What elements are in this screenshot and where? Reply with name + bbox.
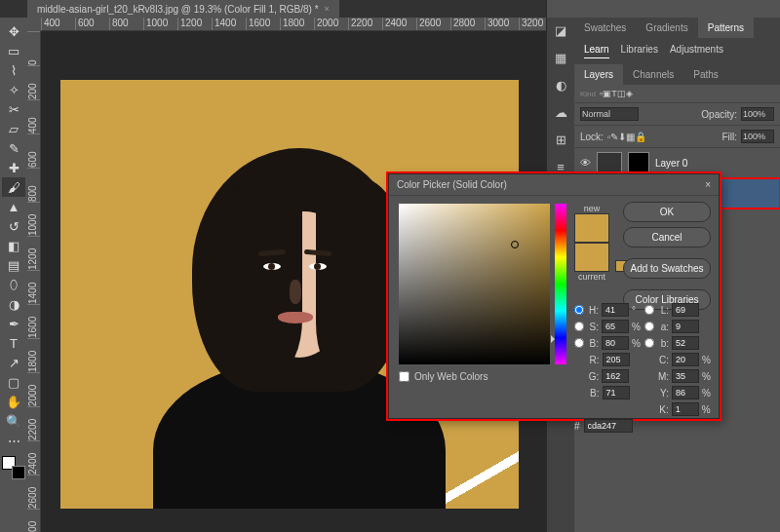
ruler-vertical: 0200400600800100012001400160018002000220… (27, 31, 41, 532)
swatches-panel-icon[interactable]: ▦ (552, 51, 569, 68)
a-radio[interactable] (644, 322, 654, 331)
libraries-panel-icon[interactable]: ☁ (552, 105, 569, 123)
ruler-horizontal: 4006008001000120014001600180020002200240… (41, 18, 546, 31)
current-color-swatch (574, 243, 609, 272)
hex-input[interactable] (584, 419, 633, 433)
wand-tool[interactable]: ✧ (2, 80, 25, 99)
dodge-tool[interactable]: ◑ (2, 294, 25, 314)
lasso-tool[interactable]: ⌇ (2, 60, 25, 80)
layer-name: Layer 0 (655, 158, 687, 169)
tab-adjustments[interactable]: Adjustments (670, 44, 723, 58)
close-icon[interactable]: × (705, 179, 711, 190)
layer-mask-thumbnail (628, 152, 649, 173)
y-input[interactable] (672, 386, 699, 399)
visibility-icon[interactable]: 👁 (580, 157, 591, 169)
bc-input[interactable] (603, 386, 630, 399)
bl-input[interactable] (672, 336, 699, 350)
color-swatches[interactable] (2, 456, 25, 479)
history-brush-tool[interactable]: ↺ (2, 216, 25, 236)
add-to-swatches-button[interactable]: Add to Swatches (623, 258, 711, 279)
color-picker-dialog: Color Picker (Solid Color) × new current… (388, 173, 720, 419)
s-radio[interactable] (574, 322, 584, 331)
h-input[interactable] (602, 303, 629, 317)
opacity-input[interactable] (741, 107, 774, 121)
adjustments-panel-icon[interactable]: ◐ (552, 78, 569, 95)
marquee-tool[interactable]: ▭ (2, 41, 25, 60)
tab-channels[interactable]: Channels (623, 64, 683, 85)
blur-tool[interactable]: ⬯ (2, 275, 25, 294)
dialog-title: Color Picker (Solid Color) (397, 179, 507, 190)
edit-toolbar[interactable]: ⋯ (2, 431, 25, 450)
m-input[interactable] (672, 369, 699, 383)
frame-tool[interactable]: ▱ (2, 119, 25, 138)
document-tab[interactable]: middle-asian-girl_t20_kRv8l3.jpg @ 19.3%… (27, 0, 339, 18)
bh-radio[interactable] (574, 338, 584, 348)
blend-mode-select[interactable] (580, 107, 639, 121)
eyedropper-tool[interactable]: ✎ (2, 138, 25, 158)
web-colors-label: Only Web Colors (414, 371, 488, 382)
brush-tool[interactable]: 🖌 (2, 177, 25, 197)
fill-label: Fill: (722, 132, 737, 142)
web-colors-checkbox[interactable] (399, 371, 410, 382)
tab-learn[interactable]: Learn (584, 44, 609, 58)
r-input[interactable] (603, 353, 630, 366)
a-input[interactable] (672, 320, 699, 333)
l-radio[interactable] (644, 305, 654, 315)
hue-slider[interactable] (555, 204, 566, 364)
layers-filter-row: Kind ▫▣T◫◈ (574, 85, 780, 103)
tab-gradients[interactable]: Gradients (636, 18, 697, 38)
new-color-label: new (574, 204, 609, 213)
tab-patterns[interactable]: Patterns (698, 18, 754, 38)
crop-tool[interactable]: ✂ (2, 99, 25, 119)
swatches-panel-tabs: Swatches Gradients Patterns (574, 18, 780, 38)
stamp-tool[interactable]: ▲ (2, 197, 25, 216)
document-title: middle-asian-girl_t20_kRv8l3.jpg @ 19.3%… (37, 4, 319, 15)
hex-label: # (574, 421, 580, 432)
k-input[interactable] (672, 402, 699, 416)
h-radio[interactable] (574, 305, 584, 315)
shape-tool[interactable]: ▢ (2, 372, 25, 392)
tab-libraries[interactable]: Libraries (621, 44, 658, 58)
layer-thumbnail (597, 152, 622, 173)
color-value-fields: H:° L: S:% a: B:% b: R: C:% G: M:% B: Y:… (574, 303, 711, 433)
properties-panel-icon[interactable]: ⊞ (552, 133, 569, 150)
opacity-label: Opacity: (701, 109, 737, 120)
bl-radio[interactable] (644, 338, 654, 348)
c-input[interactable] (672, 353, 699, 366)
eraser-tool[interactable]: ◧ (2, 236, 25, 255)
l-input[interactable] (672, 303, 699, 317)
gradient-tool[interactable]: ▤ (2, 255, 25, 275)
path-tool[interactable]: ↗ (2, 353, 25, 372)
color-cursor-icon (511, 241, 519, 248)
bh-input[interactable] (602, 336, 629, 350)
new-color-swatch (574, 213, 609, 243)
healing-tool[interactable]: ✚ (2, 158, 25, 177)
zoom-tool[interactable]: 🔍 (2, 411, 25, 431)
cancel-button[interactable]: Cancel (623, 227, 711, 247)
toolbox: ✥ ▭ ⌇ ✧ ✂ ▱ ✎ ✚ 🖌 ▲ ↺ ◧ ▤ ⬯ ◑ ✒ T ↗ ▢ ✋ … (0, 18, 27, 532)
layers-panel-tabs: Layers Channels Paths (574, 64, 780, 85)
move-tool[interactable]: ✥ (2, 21, 25, 41)
g-input[interactable] (602, 369, 629, 383)
type-tool[interactable]: T (2, 333, 25, 353)
lock-icons[interactable]: ▫✎⬇▦🔒 (607, 132, 647, 142)
hand-tool[interactable]: ✋ (2, 392, 25, 411)
color-panel-icon[interactable]: ◪ (552, 23, 569, 41)
current-color-label: current (574, 272, 609, 282)
ok-button[interactable]: OK (623, 202, 711, 222)
tab-layers[interactable]: Layers (574, 64, 623, 85)
pen-tool[interactable]: ✒ (2, 314, 25, 333)
fill-input[interactable] (741, 130, 774, 143)
s-input[interactable] (602, 320, 629, 333)
close-tab-icon[interactable]: × (325, 4, 330, 14)
hue-slider-thumb[interactable] (551, 335, 555, 343)
lock-label: Lock: (580, 132, 604, 142)
learn-panel-tabs: Learn Libraries Adjustments (574, 38, 780, 64)
color-field[interactable] (399, 204, 550, 364)
kind-label: Kind (580, 90, 596, 98)
tab-swatches[interactable]: Swatches (574, 18, 636, 38)
tab-paths[interactable]: Paths (683, 64, 728, 85)
